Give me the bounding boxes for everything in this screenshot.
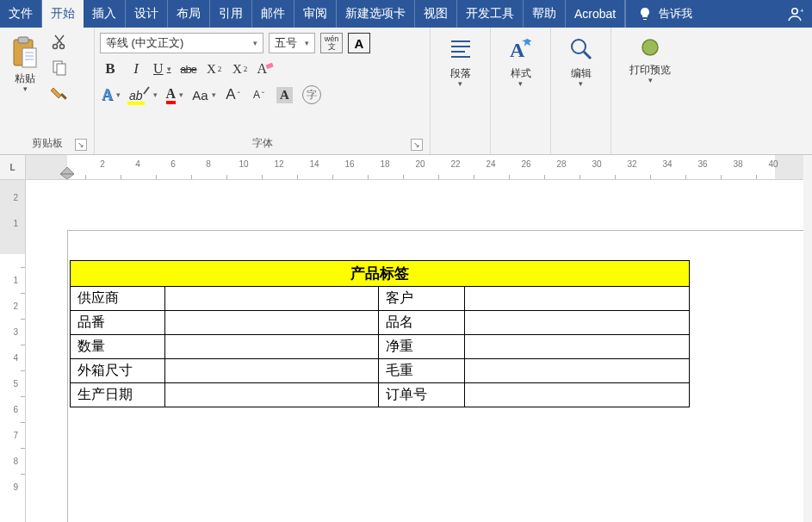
cell-label[interactable]: 毛重	[379, 359, 465, 383]
cell-value[interactable]	[465, 359, 690, 383]
paragraph-label: 段落	[450, 67, 471, 79]
tell-me[interactable]: 告诉我	[625, 0, 704, 28]
paste-button[interactable]: 粘贴 ▾	[5, 33, 45, 93]
font-name-value: 等线 (中文正文)	[106, 35, 183, 51]
cell-label[interactable]: 订单号	[379, 383, 465, 407]
table-row[interactable]: 数量净重	[71, 335, 690, 359]
tab-mailings[interactable]: 邮件	[252, 0, 294, 28]
italic-button[interactable]: I	[126, 59, 146, 79]
table-row[interactable]: 品番品名	[71, 311, 690, 335]
highlight-color-button[interactable]: ab	[127, 84, 159, 105]
tab-references[interactable]: 引用	[210, 0, 252, 28]
character-border-button[interactable]: A	[348, 33, 370, 53]
phonetic-guide-button[interactable]: wén 文	[320, 33, 343, 53]
cut-button[interactable]	[50, 33, 69, 52]
print-preview-button[interactable]: 打印预览 ▾	[624, 33, 676, 84]
character-shading-button[interactable]: A	[275, 84, 295, 105]
cell-label[interactable]: 净重	[379, 335, 465, 359]
horizontal-ruler[interactable]: 246810121416182022242628303234363840	[26, 155, 812, 179]
tab-layout[interactable]: 布局	[168, 0, 210, 28]
cell-label[interactable]: 品名	[379, 311, 465, 335]
table-row[interactable]: 外箱尺寸毛重	[71, 359, 690, 383]
underline-button[interactable]: U	[152, 59, 173, 79]
tab-file[interactable]: 文件	[0, 0, 42, 28]
svg-rect-13	[266, 63, 274, 69]
cell-label[interactable]: 供应商	[71, 287, 165, 311]
copy-button[interactable]	[50, 59, 69, 78]
cell-value[interactable]	[165, 311, 379, 335]
tab-design[interactable]: 设计	[126, 0, 168, 28]
tab-view[interactable]: 视图	[415, 0, 457, 28]
svg-text:A: A	[510, 39, 525, 61]
text-effects-button[interactable]: A	[100, 84, 122, 105]
group-print-preview: 打印预览 ▾	[611, 28, 689, 154]
group-styles: A 样式 ▾	[491, 28, 551, 154]
enclose-characters-button[interactable]: 字	[301, 84, 323, 105]
cell-value[interactable]	[465, 311, 690, 335]
chevron-down-icon: ▾	[305, 39, 309, 47]
tab-review[interactable]: 审阅	[294, 0, 337, 28]
cell-label[interactable]: 生产日期	[71, 383, 165, 407]
cell-value[interactable]	[165, 335, 379, 359]
table-row[interactable]: 生产日期订单号	[71, 383, 690, 407]
clipboard-launcher[interactable]: ↘	[75, 139, 87, 151]
font-launcher[interactable]: ↘	[411, 139, 423, 151]
bold-button[interactable]: B	[100, 59, 121, 79]
account-button[interactable]: +	[778, 0, 812, 28]
format-painter-button[interactable]	[50, 84, 69, 103]
svg-point-0	[792, 9, 797, 14]
svg-text:+: +	[800, 7, 803, 15]
shrink-font-button[interactable]: Aˇ	[249, 84, 270, 105]
cell-value[interactable]	[465, 287, 690, 311]
clipboard-group-label: 剪贴板 ↘	[5, 134, 89, 154]
chevron-down-icon: ▾	[579, 79, 583, 88]
paragraph-button[interactable]: 段落 ▾	[441, 33, 480, 88]
font-size-value: 五号	[275, 35, 297, 51]
grow-font-button[interactable]: Aˆ	[223, 84, 244, 105]
superscript-button[interactable]: X2	[230, 59, 251, 79]
group-paragraph: 段落 ▾	[431, 28, 491, 154]
change-case-button[interactable]: Aa	[190, 84, 217, 105]
product-label-table[interactable]: 产品标签 供应商客户品番品名数量净重外箱尺寸毛重生产日期订单号	[70, 260, 690, 407]
cell-label[interactable]: 品番	[71, 311, 165, 335]
cell-value[interactable]	[465, 335, 690, 359]
find-icon	[568, 36, 594, 65]
svg-rect-11	[57, 64, 65, 75]
cell-label[interactable]: 客户	[379, 287, 465, 311]
table-row[interactable]: 供应商客户	[71, 287, 690, 311]
copy-icon	[52, 59, 67, 77]
editing-button[interactable]: 编辑 ▾	[561, 33, 601, 88]
tab-help[interactable]: 帮助	[524, 0, 566, 28]
cell-value[interactable]	[465, 383, 690, 407]
font-color-button[interactable]: A	[164, 84, 186, 105]
cell-value[interactable]	[165, 383, 379, 407]
svg-point-19	[572, 40, 586, 53]
cell-label[interactable]: 外箱尺寸	[71, 359, 165, 383]
tab-newtab[interactable]: 新建选项卡	[337, 0, 415, 28]
cell-value[interactable]	[165, 287, 379, 311]
styles-button[interactable]: A 样式 ▾	[501, 33, 541, 88]
clear-formatting-button[interactable]: A	[256, 59, 278, 79]
tab-selector[interactable]: L	[0, 155, 26, 179]
svg-marker-23	[60, 174, 74, 179]
strikethrough-button[interactable]: abe	[178, 59, 199, 79]
cell-value[interactable]	[165, 359, 379, 383]
table-title[interactable]: 产品标签	[71, 261, 690, 287]
paragraph-icon	[448, 36, 474, 65]
vertical-ruler[interactable]: 21123456789	[0, 180, 26, 522]
tab-home[interactable]: 开始	[42, 0, 84, 28]
tab-acrobat[interactable]: Acrobat	[566, 0, 625, 28]
subscript-button[interactable]: X2	[204, 59, 225, 79]
font-size-combo[interactable]: 五号▾	[269, 33, 315, 53]
chevron-down-icon: ▾	[518, 79, 523, 88]
cell-label[interactable]: 数量	[71, 335, 165, 359]
vertical-scrollbar[interactable]	[803, 155, 812, 522]
tab-developer[interactable]: 开发工具	[457, 0, 524, 28]
circle-icon	[637, 36, 663, 62]
font-group-label: 字体 ↘	[100, 134, 425, 154]
font-name-combo[interactable]: 等线 (中文正文)▾	[100, 33, 263, 53]
tab-insert[interactable]: 插入	[84, 0, 126, 28]
paste-label: 粘贴	[15, 72, 35, 84]
indent-marker-hanging[interactable]	[60, 167, 74, 179]
document-canvas[interactable]: 产品标签 供应商客户品番品名数量净重外箱尺寸毛重生产日期订单号	[26, 180, 812, 522]
